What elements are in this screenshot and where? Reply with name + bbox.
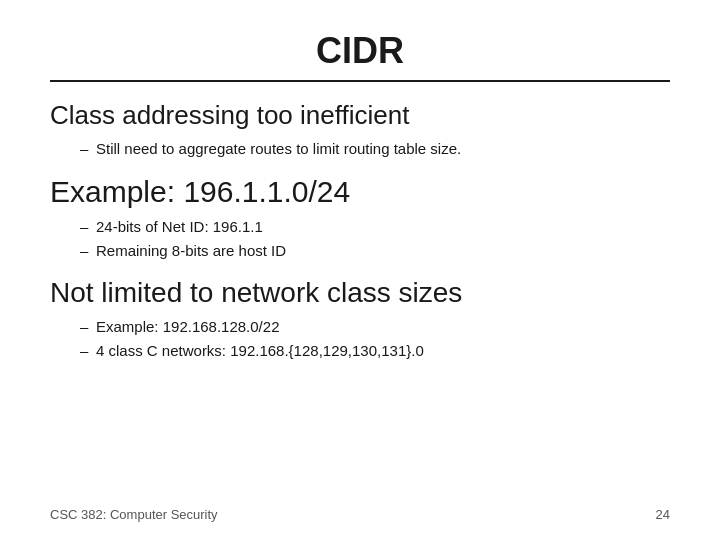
list-item: Remaining 8-bits are host ID [80, 239, 670, 263]
list-item: 4 class C networks: 192.168.{128,129,130… [80, 339, 670, 363]
section1-bullets: Still need to aggregate routes to limit … [80, 137, 670, 161]
list-item: Still need to aggregate routes to limit … [80, 137, 670, 161]
slide: CIDR Class addressing too inefficient St… [0, 0, 720, 540]
slide-footer: CSC 382: Computer Security 24 [50, 507, 670, 522]
list-item: Example: 192.168.128.0/22 [80, 315, 670, 339]
footer-course: CSC 382: Computer Security [50, 507, 218, 522]
section2-bullets: 24-bits of Net ID: 196.1.1 Remaining 8-b… [80, 215, 670, 263]
title-divider [50, 80, 670, 82]
list-item: 24-bits of Net ID: 196.1.1 [80, 215, 670, 239]
footer-page: 24 [656, 507, 670, 522]
section3-heading: Not limited to network class sizes [50, 277, 670, 309]
section1-heading: Class addressing too inefficient [50, 100, 670, 131]
slide-title: CIDR [50, 30, 670, 72]
section3-bullets: Example: 192.168.128.0/22 4 class C netw… [80, 315, 670, 363]
section2-heading: Example: 196.1.1.0/24 [50, 175, 670, 209]
